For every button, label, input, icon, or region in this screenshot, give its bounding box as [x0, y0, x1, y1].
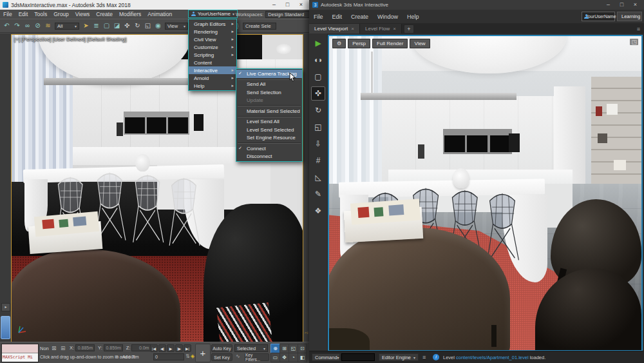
coordinate-field[interactable]: Z: 0.0m	[126, 344, 151, 351]
menu-item[interactable]: ✓ Update ▸	[236, 97, 302, 105]
zoom-all-icon[interactable]: ⊞	[279, 344, 289, 353]
key-filter-scope-dropdown[interactable]: Selected ▾	[234, 344, 268, 352]
menu-item[interactable]: Customize ▸	[189, 43, 236, 51]
redo-icon[interactable]: ↷	[12, 20, 22, 32]
menu-item[interactable]: Help	[402, 14, 424, 20]
select-move-icon[interactable]: ✜	[122, 20, 132, 32]
select-and-link-icon[interactable]: ∞	[23, 20, 32, 32]
viewport-settings-button[interactable]: ⚙	[332, 39, 346, 48]
select-object-icon[interactable]: ➤	[81, 20, 91, 32]
game-controller-icon[interactable]: ◖◗	[311, 53, 325, 67]
select-tool-icon[interactable]: ▢	[311, 70, 325, 84]
menu-item[interactable]: Edit	[328, 14, 347, 20]
menu-item[interactable]: Interactive ▸	[189, 66, 236, 74]
level-path-link[interactable]: content/levels/Apartment_01.level	[456, 355, 529, 360]
active-layout-tab[interactable]	[1, 316, 10, 339]
menu-item[interactable]: ✓ Material Send Selected ▸	[236, 107, 302, 115]
menu-item[interactable]: Modifiers	[116, 11, 144, 17]
learning-button[interactable]: Learning	[617, 12, 642, 21]
window-crossing-icon[interactable]: ◪	[112, 20, 122, 32]
username-menu-button[interactable]: YourUserName ▾	[188, 10, 238, 18]
menu-item[interactable]: Scripting ▸	[189, 51, 236, 59]
reference-coordinate-dropdown[interactable]: View ▾	[165, 23, 188, 30]
undo-icon[interactable]: ↶	[2, 20, 12, 32]
menu-item[interactable]: Edit	[15, 11, 32, 17]
menu-item[interactable]: File	[309, 14, 328, 20]
rotate-tool-icon[interactable]: ↻	[311, 103, 325, 117]
track-bar-arrow-icon[interactable]: ◅	[305, 330, 308, 335]
tab-close-icon[interactable]: ×	[351, 26, 354, 32]
play-level-icon[interactable]: ▶	[311, 36, 325, 50]
select-by-name-icon[interactable]: ≣	[91, 20, 101, 32]
menu-item[interactable]: ✓ Level Send All ▸	[236, 118, 302, 126]
workspace-dropdown[interactable]: Design Standard ▾	[265, 11, 316, 18]
key-filters-button[interactable]: Key Filters...	[245, 353, 269, 361]
minimize-button[interactable]: –	[603, 0, 614, 10]
move-tool-icon[interactable]: ✜	[311, 86, 325, 101]
measure-tool-icon[interactable]: ◺	[311, 170, 325, 184]
drop-to-floor-icon[interactable]: ⇩	[311, 137, 325, 151]
menu-item[interactable]: File	[0, 11, 15, 17]
menu-item[interactable]: Create	[346, 14, 373, 20]
key-tangents-icon[interactable]: ∿	[236, 353, 240, 359]
zoom-region-icon[interactable]: ▭	[270, 353, 280, 362]
viewport-mode-button[interactable]: View	[410, 39, 430, 48]
zoom-extents-icon[interactable]: ◱	[289, 344, 298, 353]
coordinate-field[interactable]: X: 0.885m	[70, 344, 95, 351]
menu-item[interactable]: Create	[93, 11, 116, 17]
auto-key-button[interactable]: Auto Key	[211, 344, 232, 352]
tab-close-icon[interactable]: ×	[393, 26, 396, 32]
menu-item[interactable]: Group	[50, 11, 72, 17]
select-scale-icon[interactable]: ◱	[143, 20, 153, 32]
add-time-tag-icon[interactable]: ⊕	[115, 354, 119, 360]
viewport-label[interactable]: [+] [Perspective] [User Defined] [Defaul…	[14, 36, 127, 42]
menu-item[interactable]: Tools	[31, 11, 50, 17]
next-frame-icon[interactable]: |▶	[175, 344, 183, 352]
orbit-icon[interactable]: ◔	[289, 353, 298, 362]
go-to-start-icon[interactable]: |◀	[150, 344, 158, 352]
frame-spinner-icon[interactable]: ⇅	[185, 353, 190, 359]
document-tab[interactable]: Level Viewport ×	[309, 24, 360, 34]
viewport-mode-button[interactable]: Persp	[348, 39, 370, 48]
maxscript-mini-listener[interactable]: MAXScript Mi	[1, 344, 39, 362]
unlink-selection-icon[interactable]: ⊘	[33, 20, 43, 32]
select-rotate-icon[interactable]: ↻	[133, 20, 142, 32]
layout-tabs-arrow-button[interactable]: ▸	[1, 303, 10, 311]
create-selection-set-field[interactable]: Create Sele	[243, 23, 276, 30]
snap-settings-icon[interactable]: #	[311, 153, 325, 168]
absolute-offset-toggle-button[interactable]: +	[195, 344, 211, 362]
previous-frame-icon[interactable]: ◀|	[158, 344, 166, 352]
log-menu-icon[interactable]: ≡	[422, 354, 426, 360]
coordinate-field[interactable]: Y: 0.859m	[98, 344, 123, 351]
minimize-button[interactable]: –	[269, 0, 279, 10]
asset-layers-icon[interactable]: ❖	[311, 204, 325, 218]
menu-item[interactable]: ✓ Send Selection ▸	[236, 88, 302, 97]
add-tab-button[interactable]: +	[404, 25, 413, 33]
menu-item[interactable]: ✓ Level Send Selected ▸	[236, 126, 302, 134]
current-frame-field[interactable]: 0	[153, 353, 184, 360]
add-time-tag-label[interactable]: Add Tim	[122, 355, 139, 359]
menu-item[interactable]: Arnold ▸	[189, 74, 236, 82]
maximize-viewport-icon[interactable]: ◧	[298, 353, 307, 362]
menu-item[interactable]: Animation	[144, 11, 175, 17]
selection-filter-dropdown[interactable]: All ▾	[55, 23, 79, 30]
select-place-icon[interactable]: ◉	[153, 20, 163, 32]
close-button[interactable]: ×	[296, 0, 307, 10]
selection-lock-icon[interactable]: ⊠	[52, 345, 57, 351]
menu-item[interactable]: Rendering ▸	[189, 28, 236, 35]
menu-item[interactable]: Graph Editors ▸	[189, 20, 236, 28]
absolute-mode-icon[interactable]: ⊞	[61, 345, 66, 351]
command-input[interactable]	[341, 353, 375, 361]
pan-icon[interactable]: ✥	[279, 353, 289, 362]
editor-engine-dropdown[interactable]: Editor Engine ▾	[379, 353, 419, 361]
menu-item[interactable]: Help ▸	[189, 82, 236, 90]
tab-list-icon[interactable]: ≡	[637, 26, 640, 32]
username-menu-button[interactable]: YourUserName ▾	[582, 12, 615, 21]
menu-item[interactable]: ✓ Disconnect ▸	[236, 153, 302, 161]
maximize-button[interactable]: □	[616, 0, 627, 10]
play-animation-icon[interactable]: ▶	[167, 344, 175, 352]
menu-item[interactable]: Window	[373, 14, 402, 20]
go-to-end-icon[interactable]: ▶|	[184, 344, 191, 352]
menu-item[interactable]: ✓ Connect ▸	[236, 144, 302, 153]
command-dropdown[interactable]: Command ▾	[312, 353, 340, 361]
